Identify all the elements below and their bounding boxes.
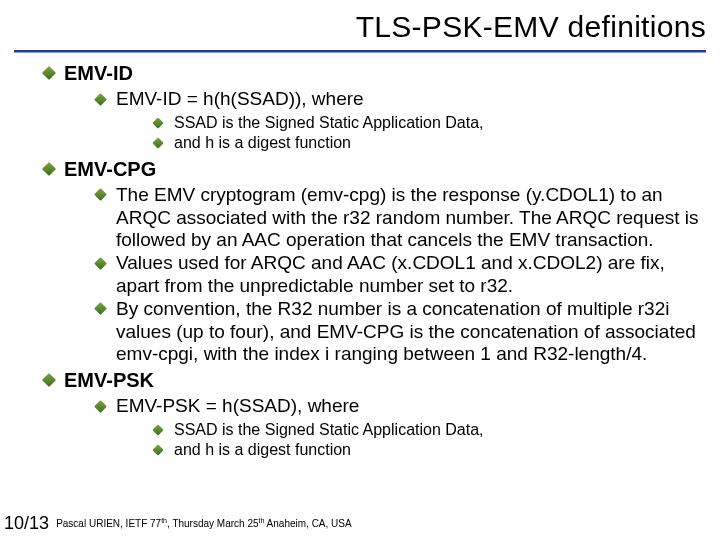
emv-id-definition-text: EMV-ID = h(h(SSAD)), where [116, 88, 364, 109]
page-total: 13 [29, 513, 49, 533]
heading-emv-cpg: EMV-CPG [64, 158, 156, 180]
slide-content: EMV-ID EMV-ID = h(h(SSAD)), where SSAD i… [0, 61, 720, 460]
footer-citation: Pascal URIEN, IETF 77th, Thursday March … [56, 517, 352, 529]
footer-cite-mid: , Thursday March 25 [167, 518, 259, 529]
slide-title: TLS-PSK-EMV definitions [0, 0, 720, 50]
heading-emv-psk: EMV-PSK [64, 369, 154, 391]
emv-psk-sub-ssad: SSAD is the Signed Static Application Da… [150, 420, 700, 440]
footer-cite-post: Anaheim, CA, USA [264, 518, 351, 529]
page-current: 10 [4, 513, 24, 533]
section-emv-cpg: EMV-CPG The EMV cryptogram (emv-cpg) is … [40, 157, 700, 366]
emv-cpg-para-2: Values used for ARQC and AAC (x.CDOL1 an… [92, 252, 700, 298]
emv-cpg-para-3: By convention, the R32 number is a conca… [92, 298, 700, 366]
footer-cite-pre: Pascal URIEN, IETF 77 [56, 518, 161, 529]
emv-id-definition: EMV-ID = h(h(SSAD)), where SSAD is the S… [92, 88, 700, 153]
footer: 10/13 Pascal URIEN, IETF 77th, Thursday … [4, 514, 352, 532]
emv-psk-sub-digest: and h is a digest function [150, 440, 700, 460]
page-number: 10/13 [4, 514, 49, 532]
title-rule [14, 50, 706, 53]
emv-psk-definition-text: EMV-PSK = h(SSAD), where [116, 395, 359, 416]
slide: TLS-PSK-EMV definitions EMV-ID EMV-ID = … [0, 0, 720, 540]
section-emv-psk: EMV-PSK EMV-PSK = h(SSAD), where SSAD is… [40, 368, 700, 460]
emv-id-sub-ssad: SSAD is the Signed Static Application Da… [150, 113, 700, 133]
emv-psk-definition: EMV-PSK = h(SSAD), where SSAD is the Sig… [92, 395, 700, 460]
section-emv-id: EMV-ID EMV-ID = h(h(SSAD)), where SSAD i… [40, 61, 700, 153]
emv-cpg-para-1: The EMV cryptogram (emv-cpg) is the resp… [92, 184, 700, 252]
emv-id-sub-digest: and h is a digest function [150, 133, 700, 153]
heading-emv-id: EMV-ID [64, 62, 133, 84]
